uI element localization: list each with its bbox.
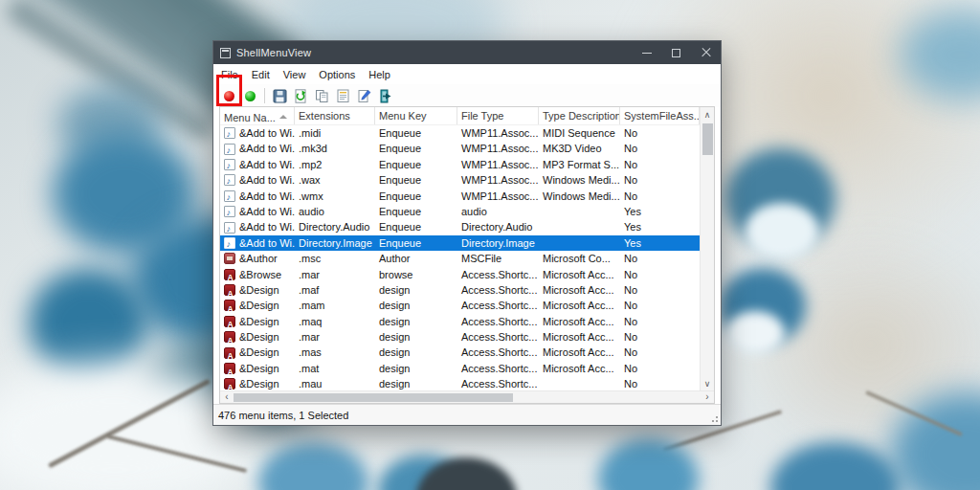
scroll-left-icon[interactable]: ‹ [220, 391, 234, 403]
cell-text: &Add to Wi... [239, 189, 295, 204]
cell: Access.Shortc... [457, 361, 539, 376]
table-row[interactable]: &Design.mardesignAccess.Shortc...Microso… [220, 329, 700, 345]
cell: audio [295, 204, 375, 219]
cell: Enqueue [375, 204, 457, 219]
column-header-file-type[interactable]: File Type [457, 107, 539, 124]
cell: Enqueue [375, 189, 457, 204]
cell: Access.Shortc... [457, 282, 539, 298]
access-file-icon [224, 284, 235, 296]
table-row[interactable]: &Add to Wi....waxEnqueueWMP11.Assoc...Wi… [220, 172, 700, 188]
cell: .mat [295, 361, 375, 376]
cell: .wax [295, 172, 375, 188]
cell-text: &Add to Wi... [239, 125, 295, 141]
cell: Windows Medi... [539, 189, 620, 204]
table-row[interactable]: &Add to Wi...Directory.ImageEnqueueDirec… [220, 235, 700, 251]
table-row[interactable]: &Add to Wi...Directory.AudioEnqueueDirec… [220, 219, 700, 234]
disable-item-button[interactable] [218, 86, 239, 105]
scroll-up-icon[interactable]: ∧ [701, 107, 714, 122]
cell: No [620, 172, 700, 188]
table-row[interactable]: &Author.mscAuthorMSCFileMicrosoft Co...N… [220, 251, 700, 266]
refresh-button[interactable] [290, 86, 311, 105]
status-text: 476 menu items, 1 Selected [218, 410, 348, 421]
table-row[interactable]: &Browse.marbrowseAccess.Shortc...Microso… [220, 267, 700, 282]
list-body: &Add to Wi....midiEnqueueWMP11.Assoc...M… [220, 125, 700, 390]
copy-button[interactable] [311, 86, 332, 105]
save-button[interactable] [269, 86, 290, 105]
column-header-menu-key[interactable]: Menu Key [375, 107, 457, 124]
save-icon [273, 89, 287, 103]
cell [539, 219, 620, 234]
cell: Enqueue [375, 219, 457, 234]
cell: No [620, 267, 700, 282]
table-row[interactable]: &Design.masdesignAccess.Shortc...Microso… [220, 345, 700, 360]
cell: Microsoft Acc... [539, 282, 620, 298]
column-header-systemfileass[interactable]: SystemFileAss... [620, 107, 700, 124]
menu-item-help[interactable]: Help [362, 67, 397, 82]
cell-text: &Browse [239, 267, 281, 282]
table-row[interactable]: &Design.maudesignAccess.Shortc...No [220, 376, 700, 390]
resize-grip-icon[interactable] [709, 413, 719, 423]
menu-item-edit[interactable]: Edit [245, 67, 277, 82]
disable-item-icon [224, 91, 234, 101]
table-row[interactable]: &Design.mamdesignAccess.Shortc...Microso… [220, 298, 700, 313]
minimize-button[interactable] [632, 41, 661, 64]
cell: WMP11.Assoc... [457, 172, 539, 188]
column-header-label: Menu Na... [224, 112, 276, 123]
exit-button[interactable] [374, 86, 395, 105]
column-header-extensions[interactable]: Extensions [295, 107, 375, 124]
cell: design [375, 329, 457, 345]
list-header: Menu Na...ExtensionsMenu KeyFile TypeTyp… [220, 107, 700, 125]
title-bar[interactable]: ShellMenuView [213, 41, 721, 64]
cell: .wmx [295, 189, 375, 204]
access-file-icon [224, 316, 235, 327]
table-row[interactable]: &Design.mafdesignAccess.Shortc...Microso… [220, 282, 700, 298]
open-in-regedit-button[interactable] [353, 86, 374, 105]
menu-item-file[interactable]: File [214, 67, 245, 82]
access-file-icon [224, 300, 235, 311]
table-row[interactable]: &Add to Wi....wmxEnqueueWMP11.Assoc...Wi… [220, 189, 700, 204]
cell: .mas [295, 345, 375, 360]
cell-text: &Add to Wi... [239, 172, 295, 188]
cell: No [620, 314, 700, 329]
scroll-right-icon[interactable]: › [701, 391, 714, 403]
table-row[interactable]: &Add to Wi....mp2EnqueueWMP11.Assoc...MP… [220, 157, 700, 172]
cell: Microsoft Acc... [539, 267, 620, 282]
cell-menu-name: &Add to Wi... [220, 219, 295, 234]
scroll-down-icon[interactable]: ∨ [701, 376, 714, 390]
vertical-scrollbar[interactable]: ∧ ∨ [700, 107, 714, 390]
cell: MSCFile [457, 251, 539, 266]
access-file-icon [224, 347, 235, 359]
table-row[interactable]: &Add to Wi....mk3dEnqueueWMP11.Assoc...M… [220, 141, 700, 156]
vertical-scroll-thumb[interactable] [702, 123, 713, 155]
cell: design [375, 282, 457, 298]
menu-item-options[interactable]: Options [312, 67, 362, 82]
menu-item-view[interactable]: View [277, 67, 313, 82]
close-button[interactable] [691, 41, 721, 64]
horizontal-scroll-thumb[interactable] [234, 393, 513, 403]
cell-text: &Design [239, 361, 279, 376]
wallpaper-berry [598, 438, 699, 490]
cell: No [620, 329, 700, 345]
cell: Yes [620, 219, 700, 234]
cell [539, 376, 620, 390]
cell: Enqueue [375, 141, 457, 156]
wmp-file-icon [224, 206, 235, 217]
maximize-button[interactable] [661, 41, 691, 64]
copy-icon [315, 89, 329, 103]
cell: WMP11.Assoc... [457, 125, 539, 141]
table-row[interactable]: &Design.matdesignAccess.Shortc...Microso… [220, 361, 700, 376]
enable-item-button[interactable] [239, 86, 260, 105]
column-header-type-description[interactable]: Type Description [539, 107, 620, 124]
table-row[interactable]: &Design.maqdesignAccess.Shortc...Microso… [220, 314, 700, 329]
cell-text: &Add to Wi... [239, 141, 295, 156]
cell-text: &Add to Wi... [239, 204, 295, 219]
horizontal-scrollbar[interactable]: ‹ › [220, 390, 714, 403]
cell: .mp2 [295, 157, 375, 172]
column-header-label: SystemFileAss... [624, 110, 700, 122]
properties-button[interactable] [332, 86, 353, 105]
table-row[interactable]: &Add to Wi....midiEnqueueWMP11.Assoc...M… [220, 125, 700, 141]
column-header-label: Type Description [543, 110, 620, 122]
status-bar: 476 menu items, 1 Selected [213, 404, 721, 425]
column-header-menu-na[interactable]: Menu Na... [220, 107, 295, 124]
table-row[interactable]: &Add to Wi...audioEnqueueaudioYes [220, 204, 700, 219]
